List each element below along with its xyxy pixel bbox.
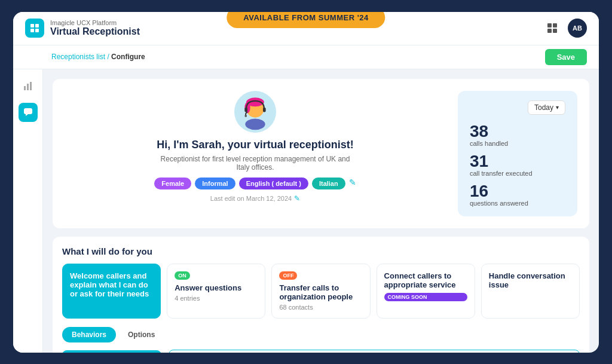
banner-text: AVAILABLE FROM SUMMER '24 xyxy=(243,13,368,22)
action-transfer-header: OFF xyxy=(279,271,362,280)
last-edit-icon[interactable]: ✎ xyxy=(294,194,300,203)
svg-rect-2 xyxy=(30,29,34,32)
header-titles: Imagicle UCX Platform Virtual Receptioni… xyxy=(50,19,140,37)
stat-calls-handled: 38 calls handled xyxy=(470,123,565,147)
svg-rect-5 xyxy=(553,23,557,27)
tab-behaviors[interactable]: Behaviors xyxy=(62,327,116,342)
profile-description: Receptionist for first level reception m… xyxy=(154,155,357,172)
sidebar xyxy=(13,69,43,353)
header-left: Imagicle UCX Platform Virtual Receptioni… xyxy=(25,19,140,38)
stat-label-1: call transfer executed xyxy=(470,170,565,177)
tag-italian[interactable]: Italian xyxy=(312,178,345,189)
svg-rect-8 xyxy=(24,86,26,90)
answer-input[interactable] xyxy=(169,350,580,353)
stat-number-0: 38 xyxy=(470,123,565,140)
action-transfer-calls[interactable]: OFF Transfer calls to organization peopl… xyxy=(271,264,370,319)
action-welcome-label: Welcome callers and explain what I can d… xyxy=(70,271,153,298)
actions-title: What I will do for you xyxy=(62,246,580,256)
dropdown-label: Today xyxy=(534,103,553,112)
logo-icon xyxy=(25,19,44,38)
breadcrumb-list[interactable]: Receptionists list xyxy=(51,53,105,61)
svg-rect-6 xyxy=(547,29,552,33)
svg-rect-16 xyxy=(244,108,247,112)
profile-card: Hi, I'm Sarah, your virtual receptionist… xyxy=(53,79,589,228)
stat-label-2: questions answered xyxy=(470,200,565,207)
tabs-row: Behaviors Options xyxy=(62,327,580,342)
action-welcome[interactable]: Welcome callers and explain what I can d… xyxy=(62,264,161,319)
content-area: Hi, I'm Sarah, your virtual receptionist… xyxy=(43,69,599,353)
action-answer-label: Answer questions xyxy=(175,283,258,292)
svg-rect-0 xyxy=(30,24,34,27)
svg-point-18 xyxy=(244,115,247,117)
action-connect-label: Connect callers to appropriate service xyxy=(384,271,467,289)
profile-greeting: Hi, I'm Sarah, your virtual receptionist… xyxy=(157,139,353,151)
tag-english[interactable]: English ( default ) xyxy=(239,178,308,189)
svg-rect-4 xyxy=(547,23,552,27)
svg-rect-9 xyxy=(27,84,29,90)
breadcrumb: Receptionists list / Configure xyxy=(51,53,145,61)
grid-icon[interactable] xyxy=(544,20,561,36)
chevron-down-icon: ▾ xyxy=(556,104,559,111)
sidebar-item-chart[interactable] xyxy=(19,77,38,96)
svg-rect-3 xyxy=(35,29,39,32)
action-connect-callers[interactable]: Connect callers to appropriate service C… xyxy=(377,264,475,319)
last-edit: Last edit on March 12, 2024 ✎ xyxy=(210,194,300,203)
action-handle-conversation[interactable]: Handle conversation issue xyxy=(481,264,580,319)
stat-call-transfer: 31 call transfer executed xyxy=(470,153,565,177)
svg-rect-10 xyxy=(30,82,32,90)
user-avatar[interactable]: AB xyxy=(568,19,587,38)
stat-label-0: calls handled xyxy=(470,140,565,147)
stat-number-1: 31 xyxy=(470,153,565,170)
profile-tags: Female Informal English ( default ) Ital… xyxy=(154,178,356,189)
action-answer-sublabel: 4 entries xyxy=(175,295,258,302)
stat-questions-answered: 16 questions answered xyxy=(470,183,565,207)
platform-name: Imagicle UCX Platform xyxy=(50,19,140,26)
avatar-container xyxy=(234,91,276,133)
actions-card: What I will do for you Welcome callers a… xyxy=(53,237,589,353)
last-edit-text: Last edit on March 12, 2024 xyxy=(210,195,292,202)
stat-number-2: 16 xyxy=(470,183,565,200)
svg-rect-11 xyxy=(24,108,32,114)
svg-rect-17 xyxy=(263,108,266,112)
coming-soon-badge: COMING SOON xyxy=(384,293,467,301)
profile-info: Hi, I'm Sarah, your virtual receptionist… xyxy=(65,91,446,203)
breadcrumb-bar: Receptionists list / Configure Save xyxy=(13,45,599,69)
actions-grid: Welcome callers and explain what I can d… xyxy=(62,264,580,319)
svg-point-12 xyxy=(245,119,265,130)
svg-rect-7 xyxy=(553,29,557,33)
tags-edit-icon[interactable]: ✎ xyxy=(349,178,356,189)
stats-panel: Today ▾ 38 calls handled 31 call transfe… xyxy=(458,91,577,216)
stats-header: Today ▾ xyxy=(470,100,565,115)
answering-call-button[interactable]: Answering a call, I'll say xyxy=(62,350,161,353)
tag-female[interactable]: Female xyxy=(154,178,191,189)
toggle-off-badge: OFF xyxy=(279,271,297,280)
app-title: Virtual Receptionist xyxy=(50,26,140,37)
app-container: AVAILABLE FROM SUMMER '24 Imagicle UCX P… xyxy=(13,12,599,353)
available-banner: AVAILABLE FROM SUMMER '24 xyxy=(227,12,385,28)
tag-informal[interactable]: Informal xyxy=(195,178,235,189)
today-dropdown[interactable]: Today ▾ xyxy=(528,100,565,115)
answer-row: Answering a call, I'll say xyxy=(62,350,580,353)
toggle-on-badge: ON xyxy=(175,271,190,280)
action-answer-header: ON xyxy=(175,271,258,280)
action-transfer-label: Transfer calls to organization people xyxy=(279,283,362,301)
tab-options[interactable]: Options xyxy=(118,327,164,342)
svg-rect-1 xyxy=(35,24,39,27)
save-button[interactable]: Save xyxy=(545,49,587,65)
action-transfer-sublabel: 68 contacts xyxy=(279,304,362,311)
header-right: AB xyxy=(544,19,587,38)
action-answer-questions[interactable]: ON Answer questions 4 entries xyxy=(167,264,265,319)
sidebar-item-chat[interactable] xyxy=(19,103,38,122)
breadcrumb-current: Configure xyxy=(111,53,145,61)
action-handle-label: Handle conversation issue xyxy=(489,271,572,289)
main-content: Hi, I'm Sarah, your virtual receptionist… xyxy=(13,69,599,353)
